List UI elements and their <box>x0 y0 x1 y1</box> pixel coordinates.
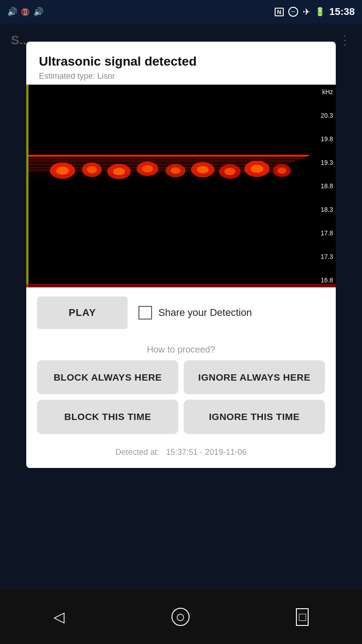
back-button[interactable]: ◁ <box>53 608 65 625</box>
share-label: Share your Detection <box>158 307 252 319</box>
freq-label-khz: kHz <box>321 88 333 95</box>
freq-label-178: 17.8 <box>321 229 333 237</box>
ignore-this-time-button[interactable]: IGNORE THIS TIME <box>184 400 325 434</box>
status-time: 15:38 <box>329 6 355 18</box>
svg-point-17 <box>87 166 97 173</box>
minus-icon: − <box>288 7 298 17</box>
share-checkbox[interactable] <box>138 306 152 320</box>
app-background: S... ⋮ Ultrasonic signal detected Estima… <box>0 24 362 590</box>
status-left-icons: 🔊 📵 🔊 <box>7 7 43 17</box>
action-buttons: BLOCK ALWAYS HERE IGNORE ALWAYS HERE BLO… <box>37 360 325 439</box>
home-button[interactable]: ○ <box>171 608 190 626</box>
status-bar: 🔊 📵 🔊 N − ✈ 🔋 15:38 <box>0 0 362 24</box>
phone-icon: 📵 <box>21 8 30 16</box>
svg-rect-3 <box>29 156 307 157</box>
freq-label-188: 18.8 <box>321 182 333 190</box>
modal-title: Ultrasonic signal detected <box>39 54 323 69</box>
svg-rect-33 <box>29 150 282 151</box>
detected-at-label: Detected at: <box>115 448 159 457</box>
freq-labels: kHz 20.3 19.8 19.3 18.8 18.3 17.8 17.3 1… <box>321 85 333 287</box>
detected-at-time: 15:37:51 - 2019-11-06 <box>166 448 247 457</box>
freq-label-173: 17.3 <box>321 253 333 260</box>
svg-point-27 <box>224 168 235 175</box>
svg-point-19 <box>113 168 125 175</box>
svg-point-23 <box>171 167 181 174</box>
spectrogram-visual <box>26 85 336 287</box>
svg-rect-0 <box>26 85 336 287</box>
svg-rect-35 <box>29 175 275 176</box>
modal-subtitle: Estimated type: Lisnr <box>39 72 323 81</box>
svg-point-29 <box>251 165 263 173</box>
svg-rect-36 <box>29 177 264 177</box>
recents-button[interactable]: □ <box>296 608 309 626</box>
block-always-here-button[interactable]: BLOCK ALWAYS HERE <box>37 360 178 394</box>
svg-rect-1 <box>26 85 29 287</box>
svg-rect-32 <box>29 152 291 152</box>
play-row: PLAY Share your Detection <box>37 287 325 336</box>
accessibility-icon: 🔊 <box>33 7 43 17</box>
svg-point-21 <box>142 165 153 172</box>
battery-icon: 🔋 <box>315 7 325 17</box>
svg-rect-2 <box>29 155 309 156</box>
freq-label-203: 20.3 <box>321 112 333 119</box>
freq-label-198: 19.8 <box>321 135 333 143</box>
svg-rect-4 <box>29 158 305 159</box>
modal-header: Ultrasonic signal detected Estimated typ… <box>26 42 336 85</box>
freq-label-168: 16.8 <box>321 277 333 284</box>
svg-rect-37 <box>29 179 255 179</box>
svg-point-31 <box>277 167 286 174</box>
ignore-always-here-button[interactable]: IGNORE ALWAYS HERE <box>184 360 325 394</box>
freq-label-193: 19.3 <box>321 159 333 166</box>
play-button[interactable]: PLAY <box>37 296 128 329</box>
svg-point-15 <box>56 167 69 175</box>
block-this-time-button[interactable]: BLOCK THIS TIME <box>37 400 178 434</box>
modal-dialog: Ultrasonic signal detected Estimated typ… <box>26 42 336 468</box>
how-to-proceed-label: How to proceed? <box>37 336 325 360</box>
freq-label-183: 18.3 <box>321 206 333 213</box>
spectrogram: kHz 20.3 19.8 19.3 18.8 18.3 17.8 17.3 1… <box>26 85 336 287</box>
hearing-icon: 🔊 <box>7 7 17 17</box>
modal-body: PLAY Share your Detection How to proceed… <box>26 287 336 457</box>
status-right-icons: N − ✈ 🔋 15:38 <box>275 6 355 18</box>
nav-bar: ◁ ○ □ <box>0 590 362 644</box>
svg-rect-34 <box>29 149 273 149</box>
airplane-icon: ✈ <box>303 6 310 17</box>
svg-point-25 <box>197 166 209 173</box>
svg-rect-38 <box>26 284 336 287</box>
nfc-icon: N <box>275 8 283 16</box>
detected-at: Detected at: 15:37:51 - 2019-11-06 <box>37 439 325 457</box>
share-row: Share your Detection <box>138 306 252 320</box>
svg-rect-5 <box>29 159 300 160</box>
